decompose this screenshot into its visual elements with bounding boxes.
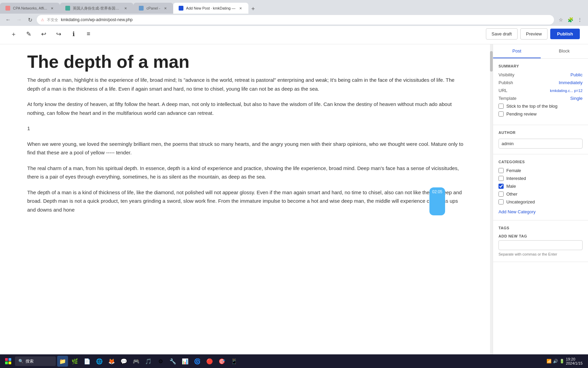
add-block-button[interactable]: ＋	[8, 29, 19, 40]
post-body[interactable]: The depth of a man, highlight is the exp…	[27, 76, 466, 214]
taskbar-app-3[interactable]: 📄	[82, 356, 93, 367]
publish-value[interactable]: Immediately	[559, 80, 583, 85]
taskbar-app-10[interactable]: 📊	[180, 356, 191, 367]
category-uncategorized: Uncategorized	[499, 199, 583, 204]
taskbar-firefox[interactable]: 🦊	[106, 356, 117, 367]
tray-time: 19:202024/1/15	[566, 357, 583, 365]
svg-rect-1	[9, 358, 11, 361]
taskbar-app-2[interactable]: 🌿	[69, 356, 80, 367]
pending-review-label[interactable]: Pending review	[506, 111, 537, 117]
editor-area[interactable]: The depth of a man The depth of a man, h…	[0, 44, 493, 368]
save-draft-button[interactable]: Save draft	[486, 28, 518, 40]
tabs-bar: CPA Networks, Affi... ✕ 英国人身份生成-世界各国虚拟身.…	[0, 0, 588, 14]
paragraph-6: The depth of a man is a kind of thicknes…	[27, 188, 466, 214]
wp-toolbar: ＋ ✎ ↩ ↪ ℹ ≡ Save draft Preview Publish	[0, 24, 588, 44]
redo-button[interactable]: ↪	[53, 29, 64, 40]
paragraph-5: The real charm of a man, from his spirit…	[27, 164, 466, 181]
back-button[interactable]: ←	[4, 16, 12, 24]
taskbar-app-12[interactable]: 🔴	[204, 356, 215, 367]
add-category-link[interactable]: Add New Category	[499, 209, 536, 214]
pending-review-checkbox[interactable]	[499, 111, 504, 117]
reload-button[interactable]: ↻	[26, 16, 34, 24]
stick-top-label[interactable]: Stick to the top of the blog	[506, 104, 557, 109]
taskbar-chrome[interactable]: 🌀	[192, 356, 203, 367]
edit-button[interactable]: ✎	[23, 29, 34, 40]
tag-input[interactable]	[499, 240, 583, 250]
taskbar-app-13[interactable]: 🎯	[216, 356, 227, 367]
address-bar: ← → ↻ ⚠ 不安全 kmkdating.com/wp-admin/post-…	[0, 14, 588, 26]
bookmark-button[interactable]: ☆	[557, 16, 565, 24]
taskbar-app-7[interactable]: 🎵	[143, 356, 154, 367]
category-female-checkbox[interactable]	[499, 168, 504, 173]
category-interested-checkbox[interactable]	[499, 176, 504, 181]
tray-volume[interactable]: 🔊	[553, 359, 558, 364]
extensions-button[interactable]: 🧩	[566, 16, 574, 24]
taskbar-ie[interactable]: 🌐	[94, 356, 105, 367]
category-interested: Interested	[499, 176, 583, 181]
browser-chrome: CPA Networks, Affi... ✕ 英国人身份生成-世界各国虚拟身.…	[0, 0, 588, 24]
tab-1[interactable]: CPA Networks, Affi... ✕	[0, 3, 60, 14]
visibility-label: Visibility	[499, 72, 514, 77]
tray-network[interactable]: 📶	[546, 359, 552, 364]
svg-rect-2	[5, 362, 8, 364]
tray-battery[interactable]: 🔋	[559, 359, 565, 364]
template-value[interactable]: Single	[570, 96, 583, 101]
publish-label: Publish	[499, 80, 513, 85]
category-male-checkbox[interactable]	[499, 184, 504, 189]
paragraph-6-text: The depth of a man is a kind of thicknes…	[27, 189, 462, 213]
tab-2[interactable]: 英国人身份生成-世界各国虚拟身... ✕	[60, 3, 133, 14]
tags-section: Tags ADD NEW TAG Separate with commas or…	[493, 220, 588, 262]
paragraph-4: When we were young, we loved the seeming…	[27, 140, 466, 157]
taskbar-file-explorer[interactable]: 📁	[57, 356, 68, 367]
category-uncategorized-checkbox[interactable]	[499, 199, 504, 204]
taskbar-tray: 📶 🔊 🔋 19:202024/1/15	[544, 357, 585, 365]
taskbar-search[interactable]: 🔍 搜索	[15, 356, 56, 366]
info-button[interactable]: ℹ	[68, 29, 79, 40]
pending-review-row: Pending review	[499, 111, 583, 117]
tab-4-close[interactable]: ✕	[238, 6, 243, 11]
tab-3-close[interactable]: ✕	[163, 6, 168, 11]
taskbar-app-6[interactable]: 🎮	[131, 356, 142, 367]
scrollbar-track[interactable]	[490, 44, 493, 368]
tab-4[interactable]: Add New Post · kmkDating — ✕	[173, 3, 248, 14]
category-female: Female	[499, 168, 583, 173]
paragraph-1: The depth of a man, highlight is the exp…	[27, 76, 466, 93]
summary-title: Summary	[499, 64, 583, 68]
taskbar-app-5[interactable]: 💬	[118, 356, 129, 367]
svg-rect-3	[9, 362, 11, 364]
search-icon: 🔍	[18, 359, 23, 364]
tab-block[interactable]: Block	[541, 44, 588, 58]
category-interested-label: Interested	[506, 176, 526, 181]
taskbar-app-8[interactable]: ⚙	[155, 356, 166, 367]
list-view-button[interactable]: ≡	[83, 29, 94, 40]
publish-button[interactable]: Publish	[550, 29, 580, 39]
sidebar: Post Block Summary Visibility Public Pub…	[493, 44, 588, 368]
taskbar-app-9[interactable]: 🔧	[167, 356, 178, 367]
forward-button[interactable]: →	[15, 16, 23, 24]
template-row: Template Single	[499, 96, 583, 101]
category-other-checkbox[interactable]	[499, 191, 504, 197]
scrollbar-thumb[interactable]	[490, 51, 493, 72]
template-label: Template	[499, 96, 517, 101]
url-value[interactable]: kmkdating.c... p=12	[550, 89, 583, 93]
author-input[interactable]	[499, 139, 583, 149]
tab-2-close[interactable]: ✕	[123, 6, 128, 11]
visibility-value[interactable]: Public	[571, 72, 583, 77]
undo-button[interactable]: ↩	[38, 29, 49, 40]
new-tab-button[interactable]: +	[248, 4, 258, 14]
tab-1-close[interactable]: ✕	[50, 6, 54, 11]
url-row: URL kmkdating.c... p=12	[499, 88, 583, 93]
paragraph-3: 1	[27, 124, 466, 133]
taskbar-app-14[interactable]: 📱	[229, 356, 240, 367]
toolbar-right: Save draft Preview Publish	[486, 28, 580, 40]
stick-top-checkbox[interactable]	[499, 104, 504, 109]
url-bar[interactable]: ⚠ 不安全 kmkdating.com/wp-admin/post-new.ph…	[37, 15, 554, 25]
stick-top-row: Stick to the top of the blog	[499, 104, 583, 109]
start-button[interactable]	[3, 356, 14, 367]
post-title[interactable]: The depth of a man	[27, 44, 466, 76]
tab-post[interactable]: Post	[493, 44, 541, 58]
preview-button[interactable]: Preview	[520, 28, 548, 40]
settings-button[interactable]: ⋮	[576, 16, 584, 24]
category-female-label: Female	[506, 168, 521, 173]
tab-3[interactable]: cPanel - ✕	[133, 3, 173, 14]
